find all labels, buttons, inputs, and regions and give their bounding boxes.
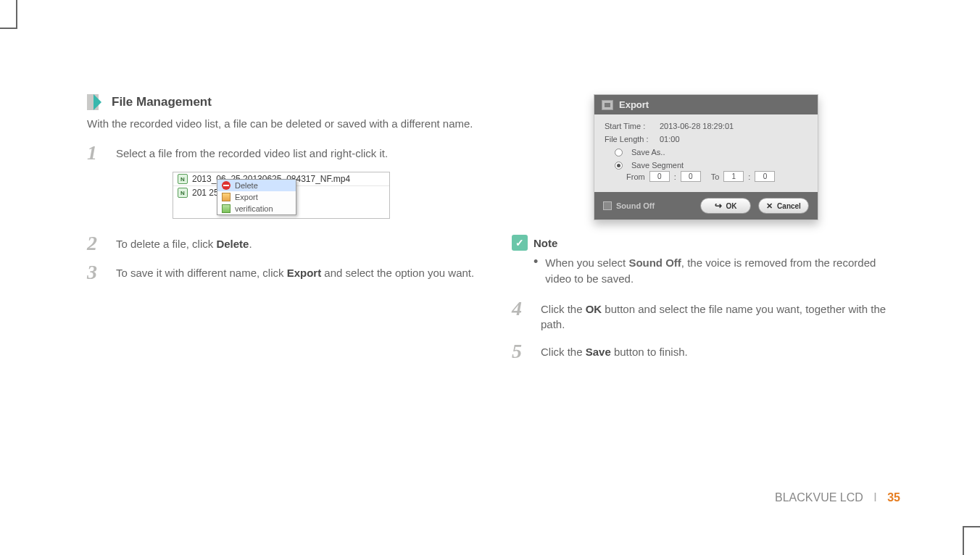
- note-body: • When you select Sound Off, the voice i…: [533, 255, 900, 287]
- section-header: File Management: [87, 94, 476, 110]
- crop-mark: [964, 526, 980, 527]
- step-4: 4 Click the OK button and select the fil…: [512, 299, 900, 333]
- from-sec-input[interactable]: 0: [681, 171, 701, 182]
- context-menu-figure: 2013_06_25 20130625_084317_NF.mp4 201 25…: [87, 172, 476, 219]
- crop-mark: [963, 526, 964, 555]
- note-text-bold: Sound Off: [628, 256, 681, 269]
- export-icon: [222, 193, 231, 201]
- columns: File Management With the recorded video …: [87, 94, 900, 370]
- file-icon: [178, 188, 188, 198]
- right-column: Export Start Time : 2013-06-28 18:29:01 …: [512, 94, 900, 370]
- radio-icon: [615, 149, 623, 157]
- step-2: 2 To delete a file, click Delete.: [87, 233, 476, 254]
- step-1: 1 Select a file from the recorded video …: [87, 143, 476, 163]
- radio-icon: [615, 162, 623, 170]
- menu-item-export[interactable]: Export: [217, 191, 296, 203]
- step-text-bold: Save: [586, 346, 611, 358]
- step-text-post: .: [249, 238, 252, 250]
- export-dialog-figure: Export Start Time : 2013-06-28 18:29:01 …: [512, 94, 900, 220]
- step-text-bold: OK: [586, 303, 602, 315]
- ok-button[interactable]: ↪ OK: [700, 198, 751, 214]
- step-3: 3 To save it with different name, click …: [87, 262, 476, 283]
- step-text: To save it with different name, click Ex…: [116, 262, 474, 281]
- to-label: To: [711, 172, 720, 181]
- start-time-value: 2013-06-28 18:29:01: [660, 122, 734, 130]
- step-text-pre: To delete a file, click: [116, 238, 216, 250]
- footer-brand: BLACKVUE LCD: [775, 491, 863, 504]
- start-time-row: Start Time : 2013-06-28 18:29:01: [605, 122, 807, 130]
- step-text: Click the OK button and select the file …: [541, 299, 900, 333]
- step-text: Select a file from the recorded video li…: [116, 143, 388, 162]
- crop-mark: [16, 0, 17, 29]
- bullet-icon: •: [533, 255, 538, 287]
- menu-item-verification[interactable]: verification: [217, 203, 296, 214]
- section-marker-icon: [87, 94, 103, 110]
- step-number: 1: [87, 143, 104, 163]
- step-text: Click the Save button to finish.: [541, 341, 688, 360]
- menu-item-label: Export: [235, 193, 258, 201]
- footer-separator: I: [873, 491, 876, 504]
- checkbox-icon: [603, 201, 612, 210]
- dialog-buttons: ↪ OK ✕ Cancel: [700, 198, 809, 214]
- from-label: From: [626, 172, 645, 181]
- save-as-option[interactable]: Save As..: [615, 148, 807, 157]
- sound-off-checkbox[interactable]: Sound Off: [603, 201, 655, 210]
- menu-item-delete[interactable]: Delete: [217, 180, 296, 191]
- file-list-panel: 2013_06_25 20130625_084317_NF.mp4 201 25…: [173, 172, 390, 219]
- dialog-body: Start Time : 2013-06-28 18:29:01 File Le…: [594, 114, 818, 192]
- dialog-titlebar: Export: [594, 95, 818, 114]
- file-icon: [178, 174, 188, 184]
- step-number: 2: [87, 233, 104, 254]
- dialog-footer: Sound Off ↪ OK ✕ Cancel: [594, 192, 818, 220]
- step-text-pre: Click the: [541, 346, 586, 358]
- note-text-pre: When you select: [545, 256, 628, 269]
- page-number: 35: [887, 491, 900, 504]
- step-text-bold: Export: [287, 267, 322, 279]
- colon: :: [748, 172, 750, 181]
- section-title: File Management: [112, 95, 212, 109]
- page-footer: BLACKVUE LCD I 35: [775, 491, 900, 504]
- file-length-value: 01:00: [660, 135, 680, 143]
- save-as-label: Save As..: [631, 148, 665, 157]
- note-text: When you select Sound Off, the voice is …: [545, 255, 900, 287]
- from-min-input[interactable]: 0: [649, 171, 670, 182]
- step-number: 3: [87, 262, 104, 283]
- step-text-bold: Delete: [216, 238, 249, 250]
- note-header: Note: [512, 235, 900, 251]
- left-column: File Management With the recorded video …: [87, 94, 476, 370]
- step-text-pre: To save it with different name, click: [116, 267, 287, 279]
- save-segment-label: Save Segment: [631, 161, 684, 170]
- page: File Management With the recorded video …: [0, 0, 980, 555]
- check-icon: [512, 235, 528, 251]
- note-title: Note: [533, 237, 557, 249]
- sound-off-label: Sound Off: [616, 201, 655, 210]
- cancel-label: Cancel: [777, 202, 801, 210]
- to-sec-input[interactable]: 0: [755, 171, 775, 182]
- step-number: 5: [512, 341, 529, 362]
- menu-item-label: verification: [235, 204, 273, 213]
- delete-icon: [222, 181, 231, 190]
- crop-mark: [0, 28, 16, 29]
- step-text-pre: Click the: [541, 303, 586, 315]
- step-5: 5 Click the Save button to finish.: [512, 341, 900, 362]
- section-intro: With the recorded video list, a file can…: [87, 117, 476, 130]
- export-dialog: Export Start Time : 2013-06-28 18:29:01 …: [594, 94, 818, 220]
- cancel-button[interactable]: ✕ Cancel: [758, 198, 809, 214]
- context-menu: Delete Export verification: [217, 179, 296, 215]
- verification-icon: [222, 204, 231, 213]
- close-icon: ✕: [766, 201, 773, 211]
- save-segment-option[interactable]: Save Segment: [615, 161, 807, 170]
- colon: :: [674, 172, 676, 181]
- start-time-label: Start Time :: [605, 122, 655, 130]
- export-title-icon: [602, 100, 613, 110]
- step-number: 4: [512, 299, 529, 319]
- ok-label: OK: [726, 202, 737, 210]
- step-text-post: button to finish.: [611, 346, 688, 358]
- step-text: To delete a file, click Delete.: [116, 233, 252, 252]
- menu-item-label: Delete: [235, 181, 258, 190]
- file-length-row: File Length : 01:00: [605, 135, 807, 143]
- to-min-input[interactable]: 1: [723, 171, 744, 182]
- ok-arrow-icon: ↪: [715, 201, 722, 210]
- dialog-title: Export: [619, 99, 649, 110]
- step-text-post: and select the option you want.: [321, 267, 474, 279]
